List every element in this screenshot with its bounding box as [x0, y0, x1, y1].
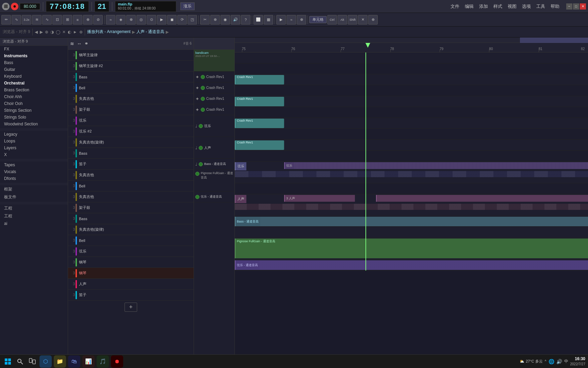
tool-alt[interactable]: Alt	[338, 15, 347, 25]
sidebar-item-x[interactable]: X	[0, 151, 68, 158]
channel-dot-vocal[interactable]	[199, 146, 203, 150]
track-list-icon[interactable]: ≋	[70, 41, 74, 46]
tool-zoom[interactable]: 3.2x	[22, 15, 31, 25]
taskbar-store[interactable]: 🛍	[68, 355, 80, 368]
move-icon-1[interactable]: ✦	[195, 85, 199, 91]
channel-dot-pignose[interactable]	[195, 172, 199, 176]
nav-back[interactable]: ◀	[35, 30, 38, 34]
tool-snap[interactable]: ⊞	[63, 15, 72, 25]
nav-play2[interactable]: ►	[73, 30, 77, 34]
sidebar-item-fx[interactable]: FX	[0, 46, 68, 52]
sidebar-item-strings[interactable]: Strings Section	[0, 107, 68, 114]
tool-shift[interactable]: Shift	[348, 15, 357, 25]
track-row-16[interactable]: 3 失真吉他(旋律)	[68, 224, 194, 235]
tool-extra[interactable]: ⊕	[368, 15, 378, 25]
clip-crash-rev1-1[interactable]: Crash Rev1	[235, 97, 284, 106]
stop-button[interactable]: ⬛	[2, 3, 10, 10]
tool-cut[interactable]: ✂	[200, 15, 210, 25]
tray-up-icon[interactable]: ^	[545, 359, 546, 363]
menu-style[interactable]: 样式	[492, 3, 504, 10]
channel-dot-strings-ch[interactable]	[195, 195, 199, 199]
sidebar-item-tapes[interactable]: Tapes	[0, 162, 68, 168]
nav-path-2[interactable]: 人声 - 通道音高	[136, 29, 165, 35]
channel-dot-0[interactable]	[201, 75, 205, 79]
tool-play[interactable]: ▶	[157, 15, 166, 25]
track-row-15[interactable]: 3 Bass	[68, 213, 194, 224]
tool-link[interactable]: ≈	[287, 15, 296, 25]
sidebar-item-ai[interactable]: ai	[0, 220, 68, 227]
clip-strings-ch[interactable]: 弦乐 - 通道音高	[235, 260, 588, 270]
clip-vocal-long[interactable]	[376, 195, 588, 202]
track-row-10[interactable]: 3 笛子	[68, 159, 194, 170]
sidebar-item-legacy[interactable]: Legacy	[0, 131, 68, 138]
sidebar-item-instruments[interactable]: Instruments	[0, 52, 68, 59]
tool-ctrl[interactable]: Ctrl	[327, 15, 337, 25]
sidebar-item-orchestral[interactable]: Orchestral	[0, 80, 68, 87]
tool-pattern[interactable]: ≡	[73, 15, 82, 25]
menu-options[interactable]: 选项	[521, 3, 532, 10]
sidebar-item-boards[interactable]: 板文件	[0, 193, 68, 201]
bpm-display[interactable]: 80.000	[20, 3, 40, 10]
lang-icon[interactable]: 中	[564, 358, 568, 364]
taskbar-windows-btn[interactable]	[3, 356, 13, 367]
tool-stamp[interactable]: ◈	[116, 15, 126, 25]
track-row-8[interactable]: 3 失真吉他(旋律)	[68, 137, 194, 148]
sidebar-item-dfonts[interactable]: Dfonts	[0, 175, 68, 182]
clip-crash-rev1-0[interactable]: Crash Rev1	[235, 75, 284, 85]
tool-eq[interactable]: ∿	[42, 15, 52, 25]
nav-add[interactable]: ⊕	[79, 30, 83, 34]
sidebar-item-guitar[interactable]: Guitar	[0, 66, 68, 73]
channel-dot-2[interactable]	[201, 97, 205, 101]
clip-vocal-content[interactable]: 3 人声	[284, 195, 355, 202]
clip-crash-rev1-3[interactable]: Crash Rev1	[235, 140, 284, 150]
track-row-19[interactable]: 3 钢琴	[68, 257, 194, 268]
maximize-button[interactable]: □	[573, 3, 579, 10]
menu-help[interactable]: 帮助	[549, 3, 561, 10]
track-row-12[interactable]: 3 Bell	[68, 181, 194, 191]
track-row-1[interactable]: 3 钢琴主旋律 #2	[68, 61, 194, 72]
network-icon[interactable]: 🌐	[549, 359, 554, 364]
clip-vocal-label[interactable]: 人声	[235, 195, 246, 203]
tool-loop[interactable]: ⊙	[147, 15, 156, 25]
tool-mic[interactable]: ◉	[220, 15, 230, 25]
taskbar-app-5[interactable]: 📊	[82, 355, 95, 368]
tool-export[interactable]: ◳	[187, 15, 197, 25]
nav-circle[interactable]: ◯	[56, 30, 60, 34]
sidebar-item-choir-ahh[interactable]: Choir Ahh	[0, 93, 68, 100]
menu-add[interactable]: 添加	[478, 3, 489, 10]
sidebar-item-bass[interactable]: Bass	[0, 59, 68, 66]
track-row-9[interactable]: 3 Bass	[68, 148, 194, 159]
tool-record[interactable]: ◎	[136, 15, 146, 25]
move-icon-0[interactable]: ✦	[195, 74, 199, 80]
channel-dot-strings[interactable]	[199, 124, 203, 128]
sidebar-item-project2[interactable]: 工程	[0, 212, 68, 220]
track-move-icon[interactable]: ↔	[77, 41, 82, 46]
tool-arrow[interactable]: ▶	[276, 15, 286, 25]
track-row-7[interactable]: 3 弦乐 #2	[68, 126, 194, 137]
track-row-3[interactable]: 3 Bell	[68, 82, 194, 93]
tool-paste[interactable]: ⊕	[210, 15, 220, 25]
sidebar-item-layers[interactable]: Layers	[0, 144, 68, 151]
clip-strings-content[interactable]: 弦乐	[284, 162, 588, 169]
sidebar-item-framework[interactable]: 框架	[0, 185, 68, 193]
taskbar-search-btn[interactable]	[15, 356, 25, 367]
tool-pencil[interactable]: ✏	[1, 15, 11, 25]
menu-tools[interactable]: 工具	[535, 3, 546, 10]
track-row-4[interactable]: 3 失真吉他	[68, 93, 194, 104]
tool-x[interactable]: ✕	[358, 15, 368, 25]
menu-edit[interactable]: 编辑	[463, 3, 475, 10]
menu-file[interactable]: 文件	[449, 3, 461, 10]
track-row-17[interactable]: 3 Bell	[68, 235, 194, 246]
tool-mute[interactable]: ⊘	[93, 15, 103, 25]
nav-path-1[interactable]: 播放列表 - Arrangement	[87, 29, 131, 35]
tool-add[interactable]: ⊕	[83, 15, 93, 25]
taskbar-record-app[interactable]: ⏺	[111, 355, 123, 368]
move-icon-2[interactable]: ✦	[195, 96, 199, 102]
tool-bars[interactable]: ≋	[32, 15, 42, 25]
close-button[interactable]: ✕	[580, 3, 586, 10]
track-row-18[interactable]: 3 弦乐	[68, 246, 194, 257]
channel-dot-bass-ch[interactable]	[199, 162, 203, 166]
tool-wave[interactable]: ∿	[12, 15, 21, 25]
taskbar-edge[interactable]: ⬡	[39, 355, 52, 368]
sidebar-item-vocals[interactable]: Vocals	[0, 168, 68, 175]
